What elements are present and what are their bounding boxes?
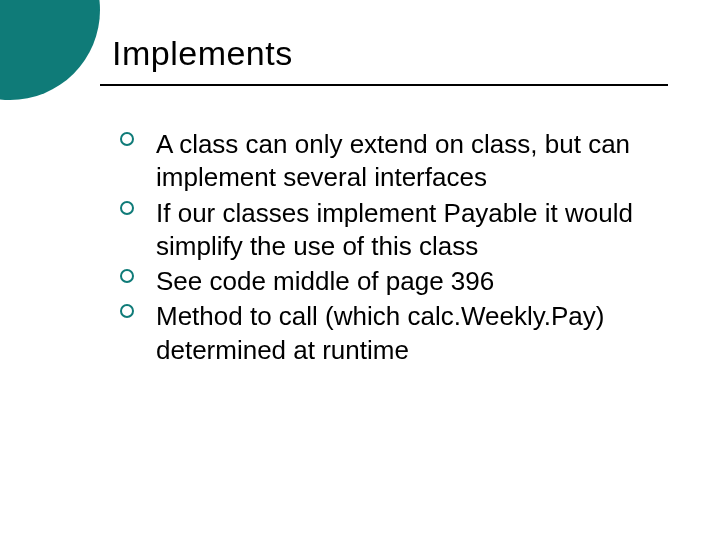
title-underline — [100, 84, 668, 86]
decorative-corner-circle — [0, 0, 100, 100]
list-item: If our classes implement Payable it woul… — [120, 197, 668, 264]
bullet-text: If our classes implement Payable it woul… — [156, 198, 633, 261]
list-item: A class can only extend on class, but ca… — [120, 128, 668, 195]
bullet-list: A class can only extend on class, but ca… — [120, 128, 668, 367]
bullet-circle-icon — [120, 269, 134, 283]
bullet-circle-icon — [120, 201, 134, 215]
slide: Implements A class can only extend on cl… — [0, 0, 720, 540]
slide-body: A class can only extend on class, but ca… — [120, 128, 668, 369]
bullet-text: A class can only extend on class, but ca… — [156, 129, 630, 192]
bullet-circle-icon — [120, 132, 134, 146]
list-item: Method to call (which calc.Weekly.Pay) d… — [120, 300, 668, 367]
list-item: See code middle of page 396 — [120, 265, 668, 298]
slide-title: Implements — [112, 34, 293, 73]
bullet-text: Method to call (which calc.Weekly.Pay) d… — [156, 301, 604, 364]
bullet-circle-icon — [120, 304, 134, 318]
bullet-text: See code middle of page 396 — [156, 266, 494, 296]
